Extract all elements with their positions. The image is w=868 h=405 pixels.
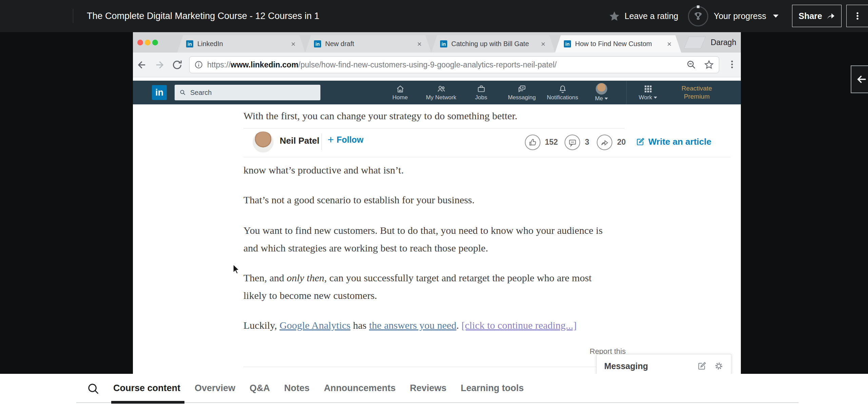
search-input[interactable] [190,88,316,97]
gear-icon[interactable] [714,361,724,371]
briefcase-icon [477,84,486,94]
bell-icon [558,84,567,94]
divider [243,157,731,157]
linkedin-favicon: in [314,40,321,47]
nav-item-me[interactable]: Me [581,81,622,104]
topbar-divider [73,9,73,23]
url-path: /pulse/how-find-new-customers-using-9-go… [298,60,557,69]
star-icon [609,11,620,22]
search-icon[interactable] [87,382,100,395]
more-options-button[interactable] [846,5,868,27]
chevron-down-icon [773,15,778,18]
nav-item-notifications[interactable]: Notifications [542,81,583,104]
compose-icon[interactable] [697,361,707,371]
chevron-down-icon [654,97,657,99]
trophy-icon [693,11,703,21]
arrow-left-icon [856,74,868,85]
traffic-light-close[interactable] [137,40,143,45]
nav-item-my-network[interactable]: My Network [421,81,461,104]
share-arrow-icon [826,12,835,20]
your-progress-label: Your progress [714,11,766,21]
leave-rating-button[interactable]: Leave a rating [609,0,678,32]
close-icon[interactable] [540,41,546,47]
messaging-panel[interactable]: Messaging [596,354,731,374]
close-icon[interactable] [666,41,672,47]
zoom-out-icon[interactable] [686,60,696,70]
like-count: 152 [545,138,558,147]
comment-button[interactable] [565,135,580,150]
google-analytics-link[interactable]: Google Analytics [279,320,350,331]
share-count: 20 [617,138,626,147]
bookmark-star-icon[interactable] [704,60,714,70]
tab-overview[interactable]: Overview [195,383,235,393]
chrome-profile-name[interactable]: Daragh [711,32,736,53]
nav-item-work[interactable]: Work [628,81,668,104]
share-button-article[interactable] [597,135,612,150]
browser-tab-linkedin[interactable]: in LinkedIn [177,35,305,53]
tab-notes[interactable]: Notes [284,383,310,393]
tab-qa[interactable]: Q&A [250,383,270,393]
paragraph: know what’s productive and what isn’t. [243,161,660,179]
active-tab-underline [111,401,184,404]
nav-item-messaging[interactable]: Messaging [501,81,542,104]
paragraph-text: . [456,320,461,331]
comment-icon [568,138,577,147]
linkedin-logo[interactable]: in [152,85,167,100]
traffic-light-zoom[interactable] [152,40,158,45]
nav-item-home[interactable]: Home [380,81,420,104]
chat-icon [517,84,527,94]
tab-title: LinkedIn [197,40,286,48]
author-name[interactable]: Neil Patel [280,136,319,146]
write-article-button[interactable]: Write an article [636,137,711,147]
thumbs-up-icon [528,138,537,147]
tab-reviews[interactable]: Reviews [410,383,447,393]
bottom-nav: Course content Overview Q&A Notes Announ… [0,374,868,405]
close-icon[interactable] [416,41,422,47]
browser-tab-strip: in LinkedIn in New draft in Catching up … [133,32,741,53]
browser-menu-kebab-icon[interactable] [727,59,738,70]
tab-course-content[interactable]: Course content [113,383,180,393]
udemy-course-player: The Complete Digital Marketing Course - … [0,0,868,405]
reload-icon[interactable] [172,59,183,70]
url-host: www.linkedin.com [231,60,298,69]
url-text: https://www.linkedin.com/pulse/how-find-… [207,60,682,69]
nav-item-jobs[interactable]: Jobs [461,81,501,104]
tab-learning-tools[interactable]: Learning tools [461,383,524,393]
address-bar[interactable]: https://www.linkedin.com/pulse/how-find-… [189,56,719,73]
browser-url-bar: https://www.linkedin.com/pulse/how-find-… [133,53,741,77]
nav-label: Home [392,94,408,101]
browser-tab-new-draft[interactable]: in New draft [305,35,431,53]
info-icon[interactable] [194,60,203,69]
forward-icon[interactable] [154,59,165,70]
back-icon[interactable] [136,59,147,70]
continue-reading-link[interactable]: [click to continue reading...] [461,320,577,331]
search-icon [179,89,186,96]
reactivate-premium-link[interactable]: Reactivate Premium [682,81,712,104]
comment-count: 3 [585,138,589,147]
tab-announcements[interactable]: Announcements [324,383,396,393]
like-button[interactable] [525,135,540,150]
linkedin-search-box[interactable] [175,85,320,100]
follow-button[interactable]: + Follow [328,134,363,145]
close-icon[interactable] [290,41,296,47]
your-progress-button[interactable]: Your progress [688,0,778,32]
paragraph: That’s not a good scenario to establish … [243,191,660,209]
video-stage[interactable]: in LinkedIn in New draft in Catching up … [0,32,868,374]
share-label: Share [798,11,822,21]
browser-tab-active[interactable]: in How to Find New Custom [555,35,681,53]
browser-tab-bill-gates[interactable]: in Catching up with Bill Gate [431,35,555,53]
expand-sidebar-button[interactable] [851,65,868,93]
traffic-light-minimize[interactable] [145,40,151,45]
tab-track-line [76,402,798,403]
article-page: With the first, you can change your stra… [133,104,741,374]
new-tab-button[interactable] [684,37,706,49]
people-icon [437,84,446,94]
linkedin-favicon: in [440,40,447,47]
share-button[interactable]: Share [792,5,842,27]
divider [243,367,596,367]
browser-window: in LinkedIn in New draft in Catching up … [133,32,741,374]
leave-rating-label: Leave a rating [625,11,678,21]
answers-link[interactable]: the answers you need [369,320,456,331]
avatar [596,83,607,95]
author-avatar[interactable] [253,131,274,153]
